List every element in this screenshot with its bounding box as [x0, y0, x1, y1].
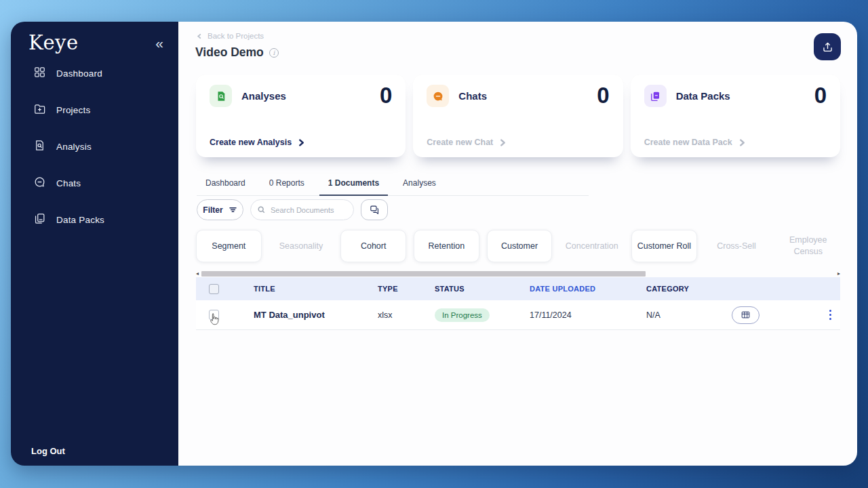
- chip-concentration: Concentration: [559, 230, 624, 262]
- info-icon[interactable]: i: [269, 48, 279, 58]
- chip-segment[interactable]: Segment: [196, 230, 262, 262]
- chip-customer-roll[interactable]: Customer Roll: [631, 230, 697, 262]
- data-packs-card: Data Packs 0 Create new Data Pack: [631, 75, 840, 157]
- chats-icon: [427, 85, 449, 107]
- create-new-chat-link: Create new Chat: [427, 138, 507, 147]
- chats-card: Chats 0 Create new Chat: [413, 75, 623, 157]
- analyses-icon: [210, 85, 232, 107]
- chevron-right-icon: [298, 139, 305, 146]
- chip-employee-census: Employee Census: [776, 230, 840, 262]
- sidebar: Keye « Dashboard Projects Analysis: [11, 22, 178, 466]
- data-packs-icon: [644, 85, 667, 107]
- desktop-background: Keye « Dashboard Projects Analysis: [0, 0, 868, 488]
- sidebar-item-label: Analysis: [56, 142, 92, 152]
- sidebar-item-analysis[interactable]: Analysis: [11, 128, 178, 165]
- document-chat-button[interactable]: [361, 199, 388, 220]
- column-category[interactable]: CATEGORY: [646, 285, 732, 293]
- tab-dashboard[interactable]: Dashboard: [197, 172, 254, 195]
- search-input[interactable]: [271, 206, 347, 214]
- sidebar-item-label: Chats: [56, 178, 81, 188]
- document-title[interactable]: MT Data_unpivot: [254, 310, 325, 320]
- analyses-count: 0: [380, 84, 392, 106]
- upload-button[interactable]: [814, 33, 841, 60]
- sidebar-collapse-icon[interactable]: «: [153, 35, 166, 52]
- card-title: Data Packs: [676, 90, 730, 102]
- data-packs-count: 0: [814, 84, 827, 106]
- dashboard-grid-icon: [33, 66, 46, 81]
- column-date-uploaded[interactable]: DATE UPLOADED: [530, 285, 646, 293]
- chip-retention[interactable]: Retention: [414, 230, 479, 262]
- column-status[interactable]: STATUS: [435, 285, 530, 293]
- status-badge: In Progress: [435, 308, 490, 322]
- main-content: Back to Projects Video Demo i Analyses: [178, 22, 857, 466]
- sidebar-item-projects[interactable]: Projects: [11, 92, 178, 128]
- logout-button[interactable]: Log Out: [31, 446, 65, 456]
- sidebar-nav: Dashboard Projects Analysis Chats Data P…: [11, 55, 178, 238]
- column-type[interactable]: TYPE: [378, 285, 435, 293]
- chip-customer[interactable]: Customer: [487, 230, 553, 262]
- create-new-data-pack-link: Create new Data Pack: [644, 138, 746, 147]
- chat-bubble-icon: [33, 176, 46, 191]
- search-icon: [257, 205, 266, 214]
- cta-label: Create new Data Pack: [644, 138, 732, 147]
- chip-cross-sell: Cross-Sell: [705, 230, 769, 262]
- create-new-analysis-link[interactable]: Create new Analysis: [210, 138, 305, 147]
- table-header: TITLE TYPE STATUS DATE UPLOADED CATEGORY: [196, 277, 840, 300]
- back-link-label: Back to Projects: [208, 32, 264, 40]
- documents-toolbar: Filter: [197, 199, 388, 220]
- copy-documents-icon: [33, 212, 46, 228]
- column-title[interactable]: TITLE: [254, 285, 378, 293]
- card-title: Chats: [458, 90, 487, 102]
- filter-label: Filter: [203, 205, 222, 215]
- view-table-button[interactable]: [732, 306, 760, 324]
- select-all-checkbox[interactable]: [209, 284, 219, 294]
- search-documents-box: [250, 199, 354, 220]
- sidebar-item-dashboard[interactable]: Dashboard: [11, 55, 178, 92]
- chevron-left-icon: [197, 33, 203, 39]
- chats-count: 0: [597, 84, 609, 106]
- forum-chats-icon: [369, 204, 380, 216]
- filter-button[interactable]: Filter: [197, 199, 243, 220]
- back-to-projects-link[interactable]: Back to Projects: [197, 32, 264, 40]
- sidebar-item-label: Projects: [56, 105, 90, 115]
- tab-analyses[interactable]: Analyses: [394, 172, 445, 195]
- card-title: Analyses: [241, 90, 286, 102]
- chevron-right-icon: [738, 139, 746, 146]
- analyses-card: Analyses 0 Create new Analysis: [196, 75, 406, 157]
- row-menu-button[interactable]: [827, 307, 835, 323]
- app-window: Keye « Dashboard Projects Analysis: [11, 22, 857, 466]
- document-search-icon: [33, 139, 46, 155]
- document-date: 17/11/2024: [530, 310, 646, 320]
- filter-lines-icon: [229, 205, 237, 214]
- sidebar-item-data-packs[interactable]: Data Packs: [11, 201, 178, 238]
- chip-seasonality: Seasonality: [269, 230, 334, 262]
- page-title: Video Demo: [195, 45, 264, 60]
- tab-reports[interactable]: 0 Reports: [260, 172, 313, 195]
- sidebar-item-label: Data Packs: [56, 215, 104, 225]
- app-logo: Keye: [28, 31, 79, 54]
- scrollbar-thumb[interactable]: [201, 271, 646, 277]
- scroll-right-arrow-icon[interactable]: ▸: [835, 271, 840, 277]
- summary-cards: Analyses 0 Create new Analysis Chats: [196, 75, 840, 157]
- table-row: MT Data_unpivot xlsx In Progress 17/11/2…: [196, 300, 840, 330]
- tab-documents[interactable]: 1 Documents: [319, 172, 388, 196]
- document-category: N/A: [646, 310, 732, 320]
- upload-icon: [821, 41, 834, 54]
- chip-cohort[interactable]: Cohort: [340, 230, 406, 262]
- documents-table: ◂ ▸ TITLE TYPE STATUS DATE UPLOADED CATE…: [196, 271, 840, 330]
- folder-plus-icon: [33, 102, 46, 118]
- chevron-right-icon: [499, 139, 507, 146]
- row-checkbox[interactable]: [209, 310, 219, 320]
- section-tabs: Dashboard 0 Reports 1 Documents Analyses: [197, 172, 589, 196]
- cta-label: Create new Analysis: [210, 138, 292, 147]
- category-chips: Segment Seasonality Cohort Retention Cus…: [196, 230, 840, 262]
- cta-label: Create new Chat: [427, 138, 493, 147]
- document-type: xlsx: [378, 310, 435, 320]
- sidebar-item-chats[interactable]: Chats: [11, 165, 178, 201]
- sidebar-item-label: Dashboard: [56, 68, 102, 79]
- scroll-left-arrow-icon[interactable]: ◂: [196, 271, 201, 277]
- table-grid-icon: [741, 310, 751, 320]
- horizontal-scrollbar: ◂ ▸: [196, 271, 840, 277]
